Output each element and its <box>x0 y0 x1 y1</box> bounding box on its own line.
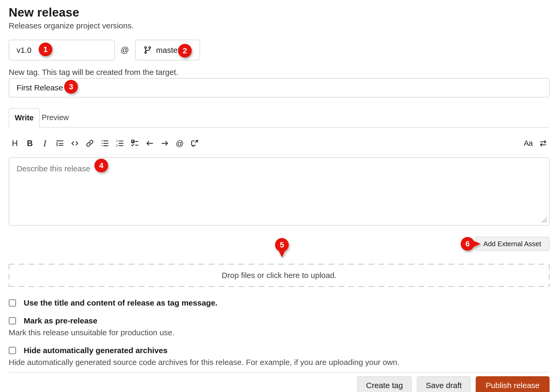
badge-3-number: 3 <box>69 82 73 91</box>
save-draft-button[interactable]: Save draft <box>417 376 471 392</box>
reference-icon[interactable] <box>189 137 201 149</box>
add-external-asset-button[interactable]: Add External Asset <box>475 237 550 251</box>
font-size-icon[interactable]: Aa <box>522 137 534 149</box>
editor-tabbar: Write Preview <box>9 108 550 128</box>
badge-5-pointer <box>278 249 286 257</box>
new-release-page: New release Releases organize project ve… <box>0 0 558 392</box>
tab-preview[interactable]: Preview <box>40 108 71 127</box>
page-subtitle: Releases organize project versions. <box>9 21 550 30</box>
annotation-badge-6: 6 <box>461 237 474 251</box>
tag-message-label[interactable]: Use the title and content of release as … <box>24 298 217 307</box>
tag-target-row: @ master <box>9 40 550 60</box>
description-textarea[interactable] <box>9 157 550 226</box>
at-separator: @ <box>121 45 129 55</box>
unordered-list-icon[interactable] <box>99 137 111 149</box>
markdown-toolbar: H B I 12 @ Aa <box>9 128 550 157</box>
badge-6-number: 6 <box>465 239 470 248</box>
tag-help-text: New tag. This tag will be created from t… <box>9 68 550 77</box>
svg-text:1: 1 <box>116 139 118 142</box>
tag-message-checkbox[interactable] <box>9 299 16 307</box>
page-title: New release <box>9 5 550 19</box>
badge-5-number: 5 <box>280 240 284 249</box>
annotation-badge-1: 1 <box>39 43 52 56</box>
option-hide-archives: Hide automatically generated archives Hi… <box>9 346 550 367</box>
arrow-right-icon[interactable] <box>159 137 171 149</box>
badge-2-number: 2 <box>183 46 187 55</box>
prerelease-description: Mark this release unsuitable for product… <box>9 328 550 337</box>
target-branch-label: master <box>156 46 180 55</box>
svg-text:2: 2 <box>116 144 118 147</box>
link-icon[interactable] <box>84 137 96 149</box>
tag-name-input[interactable] <box>9 40 115 60</box>
badge-1-number: 1 <box>43 45 48 54</box>
annotation-badge-5: 5 <box>275 238 289 252</box>
annotation-badge-2: 2 <box>178 44 192 58</box>
task-list-icon[interactable] <box>129 137 141 149</box>
code-icon[interactable] <box>69 137 81 149</box>
textarea-resize-handle[interactable] <box>541 216 548 223</box>
annotation-badge-3: 3 <box>64 80 78 94</box>
arrow-left-icon[interactable] <box>144 137 156 149</box>
release-title-input[interactable] <box>9 78 550 97</box>
file-dropzone[interactable]: Drop files or click here to upload. <box>9 264 550 287</box>
mention-icon[interactable]: @ <box>174 137 186 149</box>
heading-icon[interactable]: H <box>9 137 21 149</box>
form-actions: Create tag Save draft Publish release <box>9 372 550 392</box>
option-tag-message: Use the title and content of release as … <box>9 298 550 307</box>
hide-archives-label[interactable]: Hide automatically generated archives <box>24 346 168 355</box>
prerelease-checkbox[interactable] <box>9 317 16 324</box>
dropzone-text: Drop files or click here to upload. <box>222 271 337 280</box>
badge-4-number: 4 <box>99 161 104 170</box>
annotation-badge-4: 4 <box>94 159 108 172</box>
prerelease-label[interactable]: Mark as pre-release <box>24 316 97 325</box>
release-options: Use the title and content of release as … <box>9 298 550 367</box>
quote-icon[interactable] <box>54 137 66 149</box>
ordered-list-icon[interactable]: 12 <box>114 137 126 149</box>
create-tag-button[interactable]: Create tag <box>357 376 412 392</box>
tab-write[interactable]: Write <box>9 108 40 128</box>
bold-icon[interactable]: B <box>24 137 36 149</box>
switch-editor-icon[interactable] <box>537 137 549 149</box>
hide-archives-description: Hide automatically generated source code… <box>9 358 550 367</box>
publish-release-button[interactable]: Publish release <box>476 376 550 392</box>
option-prerelease: Mark as pre-release Mark this release un… <box>9 316 550 337</box>
badge-6-pointer <box>472 240 481 247</box>
git-branch-icon <box>144 46 152 54</box>
italic-icon[interactable]: I <box>39 137 51 149</box>
hide-archives-checkbox[interactable] <box>9 347 16 354</box>
description-area <box>9 157 550 226</box>
